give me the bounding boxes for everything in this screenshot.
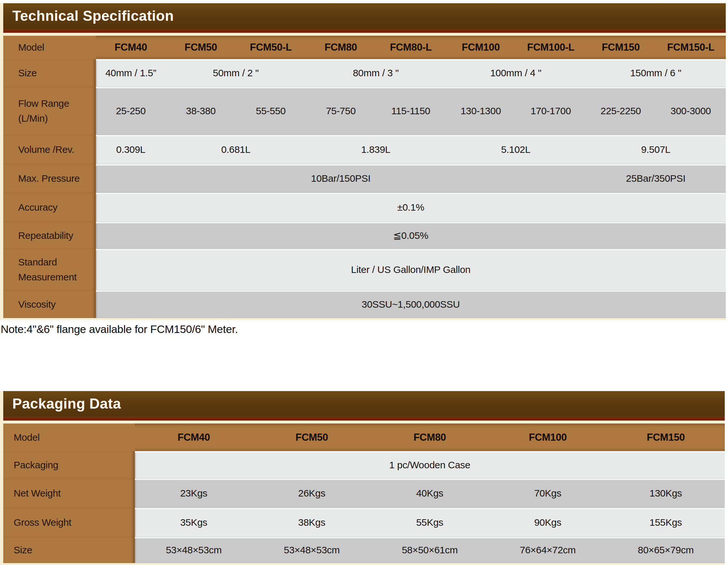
cell-standard-measurement-0: Liter / US Gallon/IMP Gallon [96, 249, 726, 290]
column-header-fcm100-l: FCM100-L [516, 36, 586, 59]
row-values-flow-range-l-min: 25-25038-38055-55075-750115-1150130-1300… [96, 87, 726, 135]
accent-red-line [3, 29, 726, 33]
cell-flow-range-l-min-7: 225-2250 [586, 87, 656, 135]
table-row-accuracy: Accuracy±0.1% [3, 193, 726, 222]
cell-repeatability-0: ≦0.05% [96, 222, 726, 249]
table-row-net-weight: Net Weight23Kgs26Kgs40Kgs70Kgs130Kgs [3, 479, 725, 508]
cell-size-4: 150mm / 6 " [586, 59, 726, 87]
cell-flow-range-l-min-8: 300-3000 [656, 87, 726, 135]
cell-size-3: 76×64×72cm [489, 537, 607, 563]
row-label-gross-weight: Gross Weight [3, 508, 135, 537]
packaging-section-header: Packaging Data [3, 391, 725, 416]
cell-net-weight-3: 70Kgs [489, 479, 607, 508]
cell-volume-rev-0: 0.309L [96, 135, 166, 164]
cell-gross-weight-2: 55Kgs [371, 508, 489, 537]
row-values-accuracy: ±0.1% [96, 193, 726, 222]
table-row-flow-range-l-min: Flow Range(L/Min)25-25038-38055-55075-75… [3, 87, 726, 135]
cream-divider-line [3, 421, 725, 423]
row-values-size: 53×48×53cm53×48×53cm58×50×61cm76×64×72cm… [135, 537, 725, 563]
column-header-fcm150-l: FCM150-L [656, 36, 726, 59]
row-label-size: Size [3, 59, 96, 87]
cell-flow-range-l-min-1: 38-380 [166, 87, 236, 135]
cell-net-weight-0: 23Kgs [135, 479, 253, 508]
row-values-volume-rev: 0.309L0.681L1.839L5.102L9.507L [96, 135, 726, 164]
cell-max-pressure-1: 25Bar/350PSI [586, 164, 726, 193]
cell-net-weight-1: 26Kgs [253, 479, 370, 508]
row-label-volume-rev: Volume /Rev. [3, 135, 96, 164]
row-values-repeatability: ≦0.05% [96, 222, 726, 249]
column-header-fcm50: FCM50 [166, 36, 236, 59]
cell-size-1: 50mm / 2 " [166, 59, 306, 87]
row-label-net-weight: Net Weight [3, 479, 135, 508]
cell-flow-range-l-min-2: 55-550 [236, 87, 306, 135]
row-label-viscosity: Viscosity [3, 290, 96, 318]
column-header-fcm50-l: FCM50-L [236, 36, 306, 59]
cream-divider-line [3, 33, 726, 36]
packaging-data-table: Packaging Data ModelFCM40FCM50FCM80FCM10… [0, 391, 725, 565]
technical-section-title: Technical Specification [12, 8, 174, 24]
cell-gross-weight-3: 90Kgs [489, 508, 607, 537]
row-label-max-pressure: Max. Pressure [3, 164, 96, 193]
cell-flow-range-l-min-0: 25-250 [96, 87, 166, 135]
cell-max-pressure-0: 10Bar/150PSI [96, 164, 586, 193]
cell-gross-weight-4: 155Kgs [607, 508, 725, 537]
table-row-standard-measurement: StandardMeasurementLiter / US Gallon/IMP… [3, 249, 726, 290]
row-values-gross-weight: 35Kgs38Kgs55Kgs90Kgs155Kgs [135, 508, 725, 537]
row-label-packaging: Packaging [3, 451, 135, 479]
technical-section-header: Technical Specification [3, 3, 726, 29]
column-header-fcm40: FCM40 [135, 423, 253, 451]
accent-red-line [3, 416, 725, 421]
table-row-repeatability: Repeatability≦0.05% [3, 222, 726, 249]
cell-gross-weight-1: 38Kgs [253, 508, 370, 537]
column-header-fcm80-l: FCM80-L [376, 36, 446, 59]
technical-model-header-row: ModelFCM40FCM50FCM50-LFCM80FCM80-LFCM100… [3, 36, 726, 59]
column-header-fcm100: FCM100 [489, 423, 607, 451]
note-text: Note:4"&6" flange available for FCM150/6… [1, 323, 238, 335]
cell-viscosity-0: 30SSU~1,500,000SSU [96, 290, 726, 318]
row-values-max-pressure: 10Bar/150PSI25Bar/350PSI [96, 164, 726, 193]
column-header-fcm150: FCM150 [607, 423, 725, 451]
cell-size-4: 80×65×79cm [607, 537, 725, 563]
cell-net-weight-4: 130Kgs [607, 479, 725, 508]
cell-flow-range-l-min-4: 115-1150 [376, 87, 446, 135]
table-row-viscosity: Viscosity30SSU~1,500,000SSU [3, 290, 726, 318]
cell-volume-rev-3: 5.102L [446, 135, 586, 164]
column-header-fcm80: FCM80 [306, 36, 376, 59]
column-header-fcm150: FCM150 [586, 36, 656, 59]
cell-volume-rev-4: 9.507L [586, 135, 726, 164]
cell-size-0: 40mm / 1.5” [96, 59, 166, 87]
row-values-size: 40mm / 1.5”50mm / 2 "80mm / 3 "100mm / 4… [96, 59, 726, 87]
cell-packaging-0: 1 pc/Wooden Case [135, 451, 725, 479]
packaging-section-title: Packaging Data [12, 395, 121, 412]
row-values-standard-measurement: Liter / US Gallon/IMP Gallon [96, 249, 726, 290]
cell-volume-rev-2: 1.839L [306, 135, 446, 164]
column-header-fcm100: FCM100 [446, 36, 516, 59]
row-values-viscosity: 30SSU~1,500,000SSU [96, 290, 726, 318]
row-label-accuracy: Accuracy [3, 193, 96, 222]
table-row-gross-weight: Gross Weight35Kgs38Kgs55Kgs90Kgs155Kgs [3, 508, 725, 537]
row-label-size: Size [3, 537, 135, 563]
cell-size-3: 100mm / 4 " [446, 59, 586, 87]
row-values-packaging: 1 pc/Wooden Case [135, 451, 725, 479]
model-columns: FCM40FCM50FCM80FCM100FCM150 [135, 423, 725, 451]
technical-rows: Size40mm / 1.5”50mm / 2 "80mm / 3 "100mm… [3, 59, 726, 318]
spec-sheet-page: Technical Specification ModelFCM40FCM50F… [0, 0, 728, 565]
column-header-fcm40: FCM40 [96, 36, 166, 59]
cell-flow-range-l-min-6: 170-1700 [516, 87, 586, 135]
row-label-model: Model [3, 423, 135, 451]
column-header-fcm80: FCM80 [371, 423, 489, 451]
cell-size-1: 53×48×53cm [253, 537, 370, 563]
cell-flow-range-l-min-5: 130-1300 [446, 87, 516, 135]
cell-volume-rev-1: 0.681L [166, 135, 306, 164]
packaging-rows: Packaging1 pc/Wooden CaseNet Weight23Kgs… [3, 451, 725, 563]
table-row-max-pressure: Max. Pressure10Bar/150PSI25Bar/350PSI [3, 164, 726, 193]
packaging-model-header-row: ModelFCM40FCM50FCM80FCM100FCM150 [3, 423, 725, 451]
table-row-size: Size53×48×53cm53×48×53cm58×50×61cm76×64×… [3, 537, 725, 563]
row-label-repeatability: Repeatability [3, 222, 96, 249]
row-values-net-weight: 23Kgs26Kgs40Kgs70Kgs130Kgs [135, 479, 725, 508]
row-label-model: Model [3, 36, 96, 59]
row-label-flow-range-l-min: Flow Range(L/Min) [3, 87, 96, 135]
table-row-size: Size40mm / 1.5”50mm / 2 "80mm / 3 "100mm… [3, 59, 726, 87]
column-header-fcm50: FCM50 [253, 423, 370, 451]
cell-size-2: 58×50×61cm [371, 537, 489, 563]
